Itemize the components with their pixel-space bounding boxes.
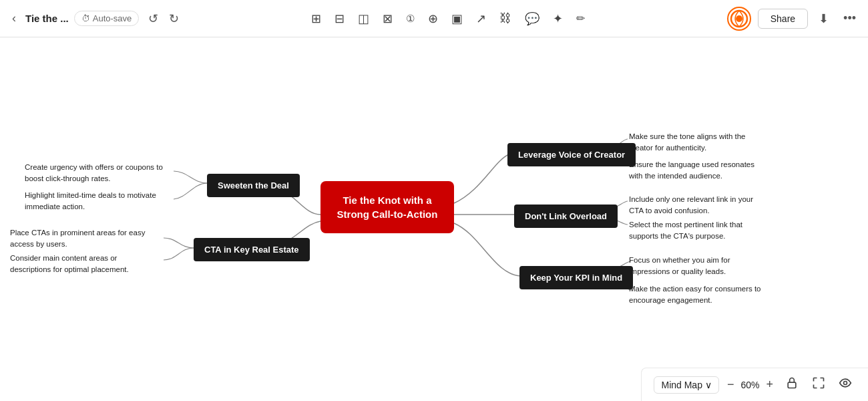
undo-redo-group: ↺ ↻ bbox=[144, 9, 183, 29]
node-kpi[interactable]: Keep Your KPI in Mind bbox=[519, 266, 633, 289]
text-leverage-2: Ensure the language used resonates with … bbox=[629, 159, 769, 182]
autosave-indicator: ⏱ Auto-save bbox=[74, 11, 140, 26]
text-sweeten-1: Create urgency with offers or coupons to… bbox=[25, 162, 165, 185]
share-button[interactable]: Share bbox=[758, 9, 808, 29]
tool-arrow[interactable]: ↗ bbox=[471, 9, 491, 29]
tool-shape[interactable]: ◫ bbox=[353, 9, 374, 29]
svg-rect-2 bbox=[788, 382, 796, 388]
back-button[interactable]: ‹ bbox=[8, 9, 20, 28]
bottombar: Mind Map ∨ − 60% + bbox=[641, 368, 868, 401]
zoom-level: 60% bbox=[740, 380, 759, 390]
zoom-in-button[interactable]: + bbox=[763, 376, 776, 393]
text-cta-2: Consider main content areas or descripti… bbox=[10, 253, 150, 276]
tool-link[interactable]: ⛓ bbox=[495, 9, 516, 28]
node-link[interactable]: Don't Link Overload bbox=[514, 205, 618, 228]
text-link-1: Include only one relevant link in your C… bbox=[629, 194, 769, 217]
tool-table[interactable]: ⊞ bbox=[306, 9, 326, 29]
redo-button[interactable]: ↻ bbox=[165, 9, 183, 29]
lock-button[interactable] bbox=[781, 374, 803, 396]
node-leverage[interactable]: Leverage Voice of Creator bbox=[507, 143, 636, 166]
tool-layout[interactable]: ⊟ bbox=[330, 9, 349, 29]
text-leverage-1: Make sure the tone aligns with the creat… bbox=[629, 131, 769, 154]
canvas: Tie the Knot with a Strong Call-to-Actio… bbox=[0, 37, 868, 401]
central-node[interactable]: Tie the Knot with a Strong Call-to-Actio… bbox=[320, 181, 454, 233]
header: ‹ Tie the ... ⏱ Auto-save ↺ ↻ ⊞ ⊟ ◫ ⊠ ① … bbox=[0, 0, 868, 37]
text-kpi-1: Focus on whether you aim for impressions… bbox=[629, 255, 769, 278]
toolbar-center: ⊞ ⊟ ◫ ⊠ ① ⊕ ▣ ↗ ⛓ 💬 ✦ ✏ bbox=[188, 9, 708, 29]
undo-button[interactable]: ↺ bbox=[144, 9, 162, 29]
tool-add[interactable]: ⊕ bbox=[423, 9, 443, 29]
tool-pen[interactable]: ✏ bbox=[572, 9, 590, 27]
download-button[interactable]: ⬇ bbox=[815, 9, 833, 29]
text-kpi-2: Make the action easy for consumers to en… bbox=[629, 283, 769, 307]
fullscreen-button[interactable] bbox=[808, 374, 829, 396]
tool-ai[interactable]: ✦ bbox=[548, 9, 568, 29]
document-title: Tie the ... bbox=[25, 13, 69, 24]
view-selector[interactable]: Mind Map ∨ bbox=[654, 376, 718, 394]
tool-frame[interactable]: ① bbox=[401, 10, 419, 27]
node-cta[interactable]: CTA in Key Real Estate bbox=[194, 238, 310, 261]
view-label-text: Mind Map bbox=[661, 380, 702, 390]
text-cta-1: Place CTAs in prominent areas for easy a… bbox=[10, 227, 150, 251]
tool-image[interactable]: ▣ bbox=[447, 9, 467, 29]
zoom-out-button[interactable]: − bbox=[724, 376, 737, 393]
preview-button[interactable] bbox=[835, 374, 856, 396]
autosave-label: Auto-save bbox=[93, 13, 132, 23]
brand-logo bbox=[727, 7, 751, 31]
text-link-2: Select the most pertinent link that supp… bbox=[629, 219, 769, 243]
more-options-button[interactable]: ••• bbox=[839, 9, 860, 28]
tool-comment[interactable]: 💬 bbox=[520, 9, 544, 29]
svg-point-1 bbox=[736, 15, 742, 22]
node-sweeten[interactable]: Sweeten the Deal bbox=[207, 174, 300, 197]
zoom-controls: − 60% + bbox=[724, 376, 776, 393]
autosave-clock-icon: ⏱ bbox=[81, 13, 90, 23]
header-right: Share ⬇ ••• bbox=[713, 7, 860, 31]
tool-connector[interactable]: ⊠ bbox=[378, 9, 397, 29]
header-left: ‹ Tie the ... ⏱ Auto-save ↺ ↻ bbox=[8, 9, 183, 29]
chevron-down-icon: ∨ bbox=[705, 380, 712, 390]
svg-point-3 bbox=[844, 382, 847, 385]
text-sweeten-2: Highlight limited-time deals to motivate… bbox=[25, 190, 165, 213]
